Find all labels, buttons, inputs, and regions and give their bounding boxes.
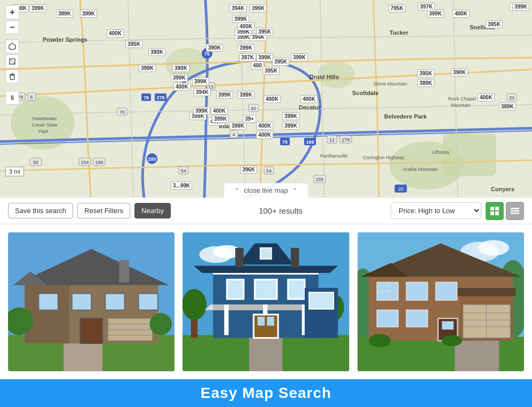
svg-text:Stone Mountain: Stone Mountain — [374, 81, 407, 87]
listing-card-2[interactable] — [182, 232, 349, 371]
svg-text:Covington Highway: Covington Highway — [363, 155, 404, 160]
zoom-level-button[interactable]: 5 — [5, 91, 19, 105]
svg-text:278: 278 — [342, 137, 350, 143]
svg-text:Creek State: Creek State — [32, 122, 58, 128]
listings-grid — [0, 224, 532, 379]
svg-rect-83 — [511, 213, 519, 214]
svg-rect-92 — [38, 293, 58, 310]
svg-rect-125 — [267, 317, 275, 326]
price-label: 400K — [211, 107, 228, 115]
svg-text:12: 12 — [329, 137, 335, 143]
svg-rect-79 — [490, 212, 494, 215]
zoom-in-button[interactable]: + — [5, 5, 19, 19]
map-controls: + − 5 — [5, 5, 19, 105]
svg-text:Lithonia: Lithonia — [432, 150, 449, 155]
svg-text:92: 92 — [33, 160, 38, 165]
svg-rect-89 — [25, 283, 69, 343]
price-label: 399K — [282, 112, 299, 120]
delete-button[interactable] — [5, 69, 19, 83]
price-label: 395K — [256, 28, 273, 36]
sort-dropdown[interactable]: Price: High to Low Price: Low to High Ne… — [391, 202, 481, 219]
price-label: 399K — [212, 115, 229, 123]
list-view-button[interactable] — [506, 202, 524, 220]
price-label: 390K — [206, 44, 223, 52]
svg-point-103 — [149, 313, 172, 335]
svg-text:Park: Park — [38, 129, 49, 134]
price-label: 399K — [256, 53, 273, 61]
close-map-label: close live map — [244, 186, 288, 194]
price-label: 390K — [451, 68, 468, 76]
svg-text:Rock Chapel: Rock Chapel — [448, 96, 476, 101]
svg-text:Belvedere Park: Belvedere Park — [384, 113, 427, 120]
svg-point-161 — [369, 334, 391, 347]
chevron-up-right-icon: ⌃ — [292, 187, 298, 194]
reset-filters-button[interactable]: Reset Filters — [77, 203, 130, 218]
svg-text:4: 4 — [232, 132, 235, 137]
price-label: 39+ — [243, 115, 256, 123]
svg-rect-5 — [443, 134, 496, 176]
svg-rect-154 — [435, 283, 457, 300]
zoom-out-button[interactable]: − — [5, 20, 19, 34]
svg-rect-77 — [490, 207, 494, 210]
svg-rect-131 — [235, 248, 244, 267]
price-label: 400K — [256, 131, 273, 139]
price-label: 395K — [263, 67, 280, 75]
price-label: 396K — [240, 166, 257, 174]
svg-text:54: 54 — [266, 168, 272, 174]
price-label: 399K — [427, 10, 444, 18]
price-label: 399K — [171, 74, 188, 82]
svg-rect-132 — [291, 248, 299, 267]
price-label: 399K — [512, 3, 529, 11]
price-label: 399K — [232, 15, 249, 23]
svg-text:54: 54 — [181, 168, 186, 174]
price-label: 399K — [216, 91, 233, 99]
easy-map-banner[interactable]: Easy Map Search — [0, 379, 532, 407]
price-label: 399K — [250, 4, 267, 12]
svg-text:6: 6 — [30, 95, 33, 100]
price-label: 390K — [172, 64, 189, 72]
map-container[interactable]: 75 278 78 75 166 285 Powder Springs Tuck… — [0, 0, 532, 198]
save-search-button[interactable]: Save this search — [8, 203, 73, 218]
edit-button[interactable] — [5, 54, 19, 68]
price-label: 399K — [229, 122, 247, 130]
svg-point-135 — [478, 240, 509, 256]
svg-marker-146 — [455, 288, 515, 296]
svg-line-71 — [10, 59, 15, 64]
price-label: 395K — [486, 20, 503, 28]
svg-rect-78 — [495, 207, 499, 210]
polygon-draw-button[interactable] — [5, 40, 19, 53]
svg-text:78: 78 — [144, 95, 149, 100]
listing-card-1[interactable] — [8, 232, 174, 371]
price-label: 390K — [148, 48, 165, 56]
svg-text:155: 155 — [315, 177, 323, 182]
price-label: 400K — [452, 10, 470, 18]
price-label: 399K — [80, 10, 97, 18]
svg-rect-80 — [495, 212, 499, 215]
svg-point-162 — [442, 335, 462, 346]
svg-text:166: 166 — [95, 160, 103, 165]
svg-marker-126 — [194, 265, 338, 273]
svg-rect-124 — [258, 317, 265, 326]
view-toggles — [486, 202, 524, 220]
grid-view-button[interactable] — [486, 202, 504, 220]
price-label: 399K — [237, 91, 255, 99]
svg-rect-128 — [260, 248, 272, 259]
close-map-button[interactable]: ⌃ close live map ⌃ — [223, 183, 308, 198]
toolbar: Save this search Reset Filters Nearby 10… — [0, 198, 532, 224]
svg-text:Scottdale: Scottdale — [352, 90, 379, 96]
price-label: 399K — [29, 4, 46, 12]
price-label: 394K — [194, 88, 211, 96]
svg-rect-117 — [288, 279, 305, 299]
svg-text:Druid Hills: Druid Hills — [309, 74, 339, 80]
svg-rect-158 — [406, 310, 427, 327]
listing-card-3[interactable] — [358, 232, 524, 371]
price-label: 795K — [388, 4, 406, 12]
svg-rect-96 — [80, 318, 102, 343]
svg-rect-130 — [309, 292, 334, 309]
nearby-button[interactable]: Nearby — [134, 203, 171, 218]
svg-rect-82 — [511, 210, 519, 212]
price-label: 389K — [417, 79, 434, 87]
price-label: 400 — [251, 61, 264, 69]
svg-rect-120 — [224, 304, 228, 335]
svg-text:Arabia Mountain: Arabia Mountain — [403, 167, 438, 172]
